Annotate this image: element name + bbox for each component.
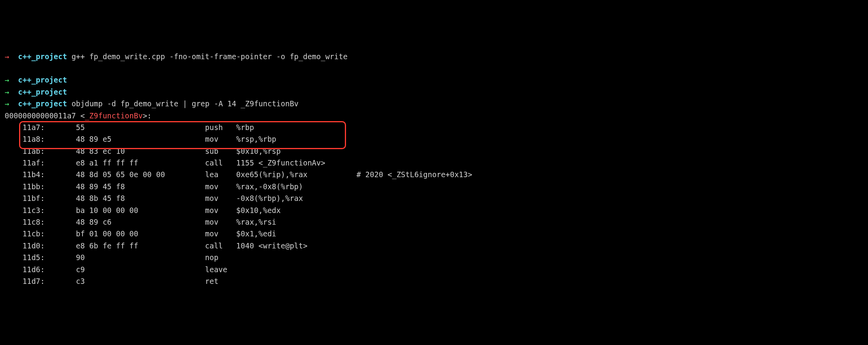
prompt-path: c++_project [18, 88, 67, 96]
asm-line: 11bb: 48 89 45 f8 mov %rax,-0x8(%rbp) [5, 181, 863, 192]
asm-line: 11c3: ba 10 00 00 00 mov $0x10,%edx [5, 204, 863, 216]
asm-line: 11c8: 48 89 c6 mov %rax,%rsi [5, 216, 863, 228]
asm-bytes: ba 10 00 00 00 [76, 206, 205, 215]
prompt-path: c++_project [18, 99, 67, 108]
asm-bytes: 48 83 ec 10 [76, 147, 205, 155]
asm-operands: $0x1,%edi [236, 229, 276, 238]
asm-line: 11d5: 90 nop [5, 252, 863, 263]
asm-operands: $0x10,%rsp [236, 147, 281, 155]
asm-offset: 11b4: [23, 170, 76, 179]
asm-mnemonic: sub [205, 147, 236, 155]
asm-mnemonic: push [205, 123, 236, 132]
asm-mnemonic: ret [205, 277, 236, 285]
asm-line: 11a8: 48 89 e5 mov %rsp,%rbp [5, 133, 863, 145]
asm-line: 11cb: bf 01 00 00 00 mov $0x1,%edi [5, 228, 863, 239]
asm-offset: 11cb: [23, 229, 76, 238]
asm-bytes: 48 89 45 f8 [76, 182, 205, 191]
asm-comment: # 2020 <_ZStL6ignore+0x13> [357, 170, 472, 179]
asm-bytes: 48 89 c6 [76, 218, 205, 226]
prompt-path: c++_project [18, 76, 67, 84]
prompt-line[interactable]: → c++_project [5, 74, 863, 86]
asm-mnemonic: call [205, 241, 236, 250]
asm-operands: 1155 <_Z9functionAv> [236, 158, 325, 167]
asm-offset: 11c8: [23, 218, 76, 226]
prompt-path: c++_project [18, 52, 67, 61]
asm-offset: 11a8: [23, 135, 76, 143]
asm-offset: 11ab: [23, 147, 76, 155]
asm-operands: 1040 <write@plt> [236, 241, 307, 250]
asm-operands: %rbp [236, 123, 254, 132]
asm-offset: 11d0: [23, 241, 76, 250]
asm-bytes: 48 8d 05 65 0e 00 00 [76, 170, 205, 179]
asm-offset: 11d7: [23, 277, 76, 285]
asm-bytes: e8 a1 ff ff ff [76, 158, 205, 167]
prompt-line[interactable]: → c++_project [5, 86, 863, 98]
asm-operands: %rsp,%rbp [236, 135, 276, 143]
disasm-symbol-header: 00000000000011a7 <_Z9functionBv>: [5, 110, 863, 121]
header-address: 00000000000011a7 [5, 111, 76, 120]
asm-mnemonic: mov [205, 194, 236, 202]
prompt-line[interactable]: → c++_project g++ fp_demo_write.cpp -fno… [5, 51, 863, 62]
asm-operands: 0xe65(%rip),%rax [236, 170, 357, 179]
asm-bytes: 90 [76, 253, 205, 262]
asm-operands: %rax,-0x8(%rbp) [236, 182, 303, 191]
asm-offset: 11c3: [23, 206, 76, 215]
asm-bytes: e8 6b fe ff ff [76, 241, 205, 250]
asm-mnemonic: lea [205, 170, 236, 179]
asm-bytes: bf 01 00 00 00 [76, 229, 205, 238]
terminal-content: → c++_project g++ fp_demo_write.cpp -fno… [5, 51, 863, 287]
asm-offset: 11bf: [23, 194, 76, 202]
asm-bytes: 48 89 e5 [76, 135, 205, 143]
asm-mnemonic: nop [205, 253, 236, 262]
asm-line: 11bf: 48 8b 45 f8 mov -0x8(%rbp),%rax [5, 192, 863, 204]
prompt-arrow-icon: → [5, 76, 9, 84]
asm-mnemonic: call [205, 158, 236, 167]
asm-offset: 11d5: [23, 253, 76, 262]
asm-offset: 11a7: [23, 123, 76, 132]
prompt-arrow-icon: → [5, 52, 9, 61]
asm-mnemonic: leave [205, 265, 236, 274]
asm-mnemonic: mov [205, 229, 236, 238]
asm-line: 11a7: 55 push %rbp [5, 121, 863, 133]
asm-bytes: 48 8b 45 f8 [76, 194, 205, 202]
command-text: g++ fp_demo_write.cpp -fno-omit-frame-po… [72, 52, 348, 61]
asm-offset: 11d6: [23, 265, 76, 274]
asm-mnemonic: mov [205, 135, 236, 143]
asm-line: 11d7: c3 ret [5, 275, 863, 287]
asm-offset: 11af: [23, 158, 76, 167]
prompt-line[interactable]: → c++_project objdump -d fp_demo_write |… [5, 98, 863, 109]
asm-operands: %rax,%rsi [236, 218, 276, 226]
asm-line: 11d0: e8 6b fe ff ff call 1040 <write@pl… [5, 240, 863, 252]
asm-operands: -0x8(%rbp),%rax [236, 194, 303, 202]
command-text: objdump -d fp_demo_write | grep -A 14 _Z… [72, 99, 299, 108]
prompt-arrow-icon: → [5, 88, 9, 96]
asm-mnemonic: mov [205, 218, 236, 226]
asm-offset: 11bb: [23, 182, 76, 191]
asm-bytes: c3 [76, 277, 205, 285]
prompt-arrow-icon: → [5, 99, 9, 108]
symbol-name: _Z9functionBv [85, 111, 143, 120]
asm-bytes: c9 [76, 265, 205, 274]
asm-line: 11af: e8 a1 ff ff ff call 1155 <_Z9funct… [5, 157, 863, 169]
asm-bytes: 55 [76, 123, 205, 132]
asm-operands: $0x10,%edx [236, 206, 281, 215]
asm-mnemonic: mov [205, 206, 236, 215]
prompt-line[interactable] [5, 62, 863, 74]
asm-line: 11ab: 48 83 ec 10 sub $0x10,%rsp [5, 145, 863, 157]
asm-line: 11b4: 48 8d 05 65 0e 00 00 lea 0xe65(%ri… [5, 169, 863, 180]
asm-line: 11d6: c9 leave [5, 264, 863, 275]
asm-mnemonic: mov [205, 182, 236, 191]
